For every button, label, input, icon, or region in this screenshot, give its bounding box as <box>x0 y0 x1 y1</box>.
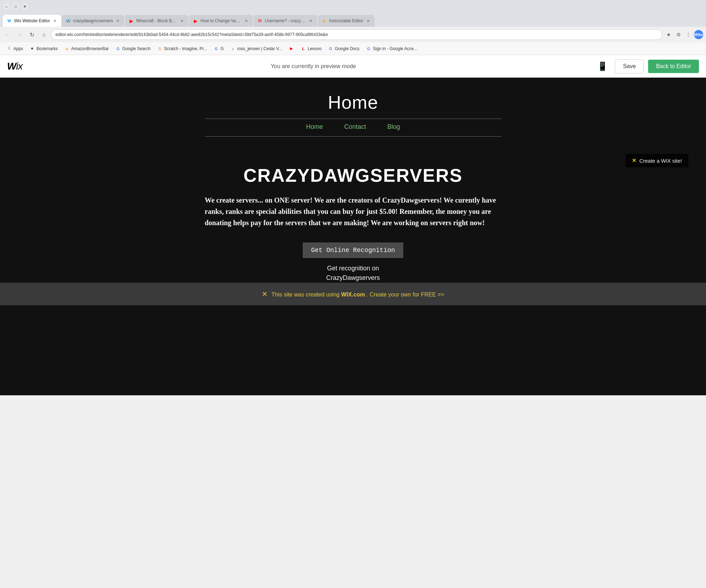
profile-badge[interactable]: Mike <box>694 30 703 39</box>
recognition-line2: CrazyDawgservers <box>326 273 380 283</box>
tab-label-wix: Wix Website Editor <box>14 18 50 23</box>
bookmark-ross[interactable]: ♪ ross_jensen | Cedar V... <box>227 45 285 53</box>
tab-instructable[interactable]: ★ Instructable Editor ✕ <box>318 15 375 27</box>
wix-footer-text: ✕ This site was created using WIX.com . … <box>262 290 444 298</box>
tab-minecraft[interactable]: ▶ Minecraft - Block Bre... ✕ <box>125 15 189 27</box>
tab-wix-editor[interactable]: W Wix Website Editor ✕ <box>3 15 61 27</box>
bookmark-google-search[interactable]: G Google Search <box>112 45 153 53</box>
wix-toolbar: Wix You are currently in preview mode 📱 … <box>0 55 706 78</box>
tab-close-mc[interactable]: ✕ <box>179 18 185 24</box>
tab-crazy[interactable]: W crazydawgmcservers ✕ <box>62 15 124 27</box>
menu-icon[interactable]: ⋮ <box>684 30 693 39</box>
tab-label-gmail: Username? - crazydaw... <box>265 18 306 23</box>
address-bar-row: ← → ↻ ⌂ editor.wix.com/html/editor/web/r… <box>0 27 706 42</box>
mobile-preview-icon[interactable]: 📱 <box>597 61 608 71</box>
minimize-button[interactable]: – <box>3 3 10 10</box>
address-icons: ★ ⚙ ⋮ Mike <box>664 30 703 39</box>
bookmark-google-docs-label: Google Docs <box>335 46 359 51</box>
create-wix-banner[interactable]: ✕ Create a WiX site! <box>625 154 688 167</box>
site-description-text: We create servers... on ONE server! We a… <box>205 194 502 228</box>
tab-label-instructable: Instructable Editor <box>329 18 363 23</box>
site-preview-area: ✕ Create a WiX site! Home Home Contact B… <box>0 78 706 395</box>
youtube-icon: ▶ <box>289 46 294 52</box>
bookmark-youtube[interactable]: ▶ <box>286 45 297 53</box>
google-signin-icon: G <box>366 46 372 52</box>
wix-logo: Wix <box>7 61 23 72</box>
bookmark-amazon-label: AmazonBrowserBar <box>71 46 109 51</box>
close-button[interactable]: ✕ <box>21 3 28 10</box>
apps-icon: ⠿ <box>6 46 12 52</box>
bookmarks-icon: ★ <box>29 46 35 52</box>
tab-close-instructable[interactable]: ✕ <box>366 18 371 24</box>
extension-icon[interactable]: ⚙ <box>674 30 683 39</box>
browser-window: – □ ✕ W Wix Website Editor ✕ W crazydawg… <box>0 0 706 395</box>
tab-gmail[interactable]: M Username? - crazydaw... ✕ <box>254 15 317 27</box>
bookmark-bookmarks[interactable]: ★ Bookmarks <box>26 45 60 53</box>
bookmark-google-docs[interactable]: G Google Docs <box>325 45 362 53</box>
tab-close-gmail[interactable]: ✕ <box>308 18 314 24</box>
tab-favicon-vanilli: ▶ <box>193 18 198 24</box>
back-to-editor-button[interactable]: Back to Editor <box>648 60 699 73</box>
bookmark-scratch[interactable]: S Scratch - Imagine, Pr... <box>154 45 210 53</box>
save-button[interactable]: Save <box>615 59 644 73</box>
get-online-recognition-button[interactable]: Get Online Recognition <box>303 242 404 258</box>
maximize-button[interactable]: □ <box>12 3 19 10</box>
home-button[interactable]: ⌂ <box>39 30 49 40</box>
site-page-title: Home <box>328 92 378 113</box>
wix-footer: ✕ This site was created using WIX.com . … <box>0 283 706 305</box>
bookmark-apps[interactable]: ⠿ Apps <box>4 45 26 53</box>
forward-button[interactable]: → <box>15 30 25 40</box>
reload-button[interactable]: ↻ <box>27 30 37 40</box>
wix-footer-wix: WIX.com <box>341 292 365 298</box>
bookmark-lenovo[interactable]: L Lenovo <box>298 45 324 53</box>
site-body: CrazyDawgservers We create servers... on… <box>205 137 502 283</box>
tab-label-vanilli: How to Change Vanil... <box>201 18 242 23</box>
tab-label-crazy: crazydawgmcservers <box>73 18 113 23</box>
bookmark-g[interactable]: G G <box>210 45 226 53</box>
tab-vanilli[interactable]: ▶ How to Change Vanil... ✕ <box>189 15 253 27</box>
google-search-icon: G <box>115 46 121 52</box>
nav-blog[interactable]: Blog <box>387 123 400 131</box>
recognition-subtext: Get recognition on CrazyDawgservers <box>326 264 380 283</box>
tab-close-crazy[interactable]: ✕ <box>115 18 121 24</box>
tab-label-mc: Minecraft - Block Bre... <box>136 18 177 23</box>
tab-favicon-instructable: ★ <box>321 18 327 24</box>
bookmark-amazon[interactable]: a AmazonBrowserBar <box>61 45 112 53</box>
bookmark-bookmarks-label: Bookmarks <box>36 46 58 51</box>
bookmark-apps-label: Apps <box>13 46 23 51</box>
wix-footer-after: . Create your own for FREE >> <box>367 292 444 298</box>
g-icon: G <box>213 46 219 52</box>
site-nav: Home Contact Blog <box>306 123 400 131</box>
bookmark-ross-label: ross_jensen | Cedar V... <box>237 46 282 51</box>
create-wix-icon: ✕ <box>632 157 636 164</box>
bookmark-google-signin[interactable]: G Sign in - Google Acce... <box>363 45 420 53</box>
tabs-bar: W Wix Website Editor ✕ W crazydawgmcserv… <box>0 13 706 27</box>
bookmark-scratch-label: Scratch - Imagine, Pr... <box>164 46 207 51</box>
site-header: Home Home Contact Blog <box>0 78 706 137</box>
ross-icon: ♪ <box>230 46 236 52</box>
brand-title: CrazyDawgservers <box>243 165 462 186</box>
bookmarks-bar: ⠿ Apps ★ Bookmarks a AmazonBrowserBar G … <box>0 42 706 55</box>
address-field[interactable]: editor.wix.com/html/editor/web/renderer/… <box>51 29 662 40</box>
nav-home[interactable]: Home <box>306 123 323 131</box>
lenovo-icon: L <box>301 46 306 52</box>
bookmark-google-search-label: Google Search <box>122 46 150 51</box>
create-wix-text: Create a WiX site! <box>639 158 682 164</box>
recognition-line1: Get recognition on <box>326 264 380 273</box>
address-text: editor.wix.com/html/editor/web/renderer/… <box>55 32 328 37</box>
wix-footer-icon: ✕ <box>262 290 268 298</box>
preview-mode-text: You are currently in preview mode <box>30 63 597 70</box>
tab-favicon-wix: W <box>6 18 12 24</box>
bookmark-g-label: G <box>220 46 224 51</box>
tab-close-wix[interactable]: ✕ <box>52 18 58 24</box>
tab-favicon-gmail: M <box>257 18 263 24</box>
google-docs-icon: G <box>328 46 333 52</box>
back-button[interactable]: ← <box>3 30 13 40</box>
tab-favicon-crazy: W <box>65 18 71 24</box>
nav-contact[interactable]: Contact <box>344 123 366 131</box>
bookmark-google-signin-label: Sign in - Google Acce... <box>373 46 417 51</box>
window-controls: – □ ✕ <box>3 3 28 10</box>
nav-top-line <box>205 119 502 119</box>
star-icon[interactable]: ★ <box>664 30 673 39</box>
tab-close-vanilli[interactable]: ✕ <box>244 18 249 24</box>
